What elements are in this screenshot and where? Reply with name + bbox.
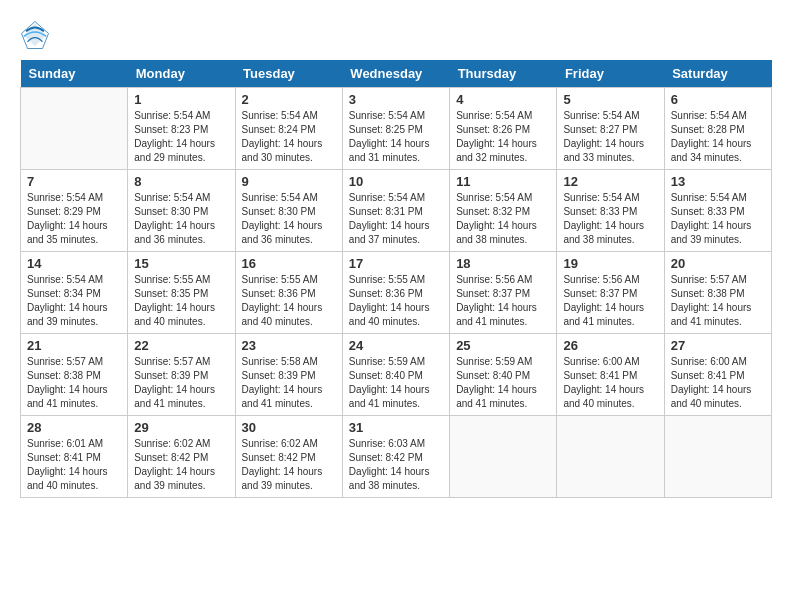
- header-wednesday: Wednesday: [342, 60, 449, 88]
- day-info: Sunrise: 5:54 AM Sunset: 8:25 PM Dayligh…: [349, 109, 443, 165]
- calendar-cell: 31Sunrise: 6:03 AM Sunset: 8:42 PM Dayli…: [342, 416, 449, 498]
- calendar-cell: [450, 416, 557, 498]
- day-number: 7: [27, 174, 121, 189]
- day-number: 22: [134, 338, 228, 353]
- day-info: Sunrise: 5:55 AM Sunset: 8:36 PM Dayligh…: [349, 273, 443, 329]
- day-info: Sunrise: 5:54 AM Sunset: 8:23 PM Dayligh…: [134, 109, 228, 165]
- day-number: 30: [242, 420, 336, 435]
- day-number: 19: [563, 256, 657, 271]
- day-number: 16: [242, 256, 336, 271]
- calendar-cell: 29Sunrise: 6:02 AM Sunset: 8:42 PM Dayli…: [128, 416, 235, 498]
- day-number: 2: [242, 92, 336, 107]
- calendar-cell: 30Sunrise: 6:02 AM Sunset: 8:42 PM Dayli…: [235, 416, 342, 498]
- day-info: Sunrise: 5:54 AM Sunset: 8:26 PM Dayligh…: [456, 109, 550, 165]
- day-number: 28: [27, 420, 121, 435]
- calendar-cell: 19Sunrise: 5:56 AM Sunset: 8:37 PM Dayli…: [557, 252, 664, 334]
- header-saturday: Saturday: [664, 60, 771, 88]
- day-info: Sunrise: 5:55 AM Sunset: 8:36 PM Dayligh…: [242, 273, 336, 329]
- calendar-cell: 23Sunrise: 5:58 AM Sunset: 8:39 PM Dayli…: [235, 334, 342, 416]
- day-info: Sunrise: 5:59 AM Sunset: 8:40 PM Dayligh…: [456, 355, 550, 411]
- calendar-week-row: 28Sunrise: 6:01 AM Sunset: 8:41 PM Dayli…: [21, 416, 772, 498]
- day-info: Sunrise: 5:54 AM Sunset: 8:31 PM Dayligh…: [349, 191, 443, 247]
- page-header: [20, 20, 772, 50]
- calendar-cell: 24Sunrise: 5:59 AM Sunset: 8:40 PM Dayli…: [342, 334, 449, 416]
- calendar-cell: 13Sunrise: 5:54 AM Sunset: 8:33 PM Dayli…: [664, 170, 771, 252]
- header-monday: Monday: [128, 60, 235, 88]
- day-info: Sunrise: 6:02 AM Sunset: 8:42 PM Dayligh…: [134, 437, 228, 493]
- day-number: 11: [456, 174, 550, 189]
- calendar-cell: 11Sunrise: 5:54 AM Sunset: 8:32 PM Dayli…: [450, 170, 557, 252]
- day-info: Sunrise: 5:55 AM Sunset: 8:35 PM Dayligh…: [134, 273, 228, 329]
- calendar-cell: 10Sunrise: 5:54 AM Sunset: 8:31 PM Dayli…: [342, 170, 449, 252]
- day-info: Sunrise: 5:57 AM Sunset: 8:38 PM Dayligh…: [27, 355, 121, 411]
- calendar-week-row: 14Sunrise: 5:54 AM Sunset: 8:34 PM Dayli…: [21, 252, 772, 334]
- day-info: Sunrise: 5:57 AM Sunset: 8:38 PM Dayligh…: [671, 273, 765, 329]
- day-number: 31: [349, 420, 443, 435]
- day-info: Sunrise: 5:54 AM Sunset: 8:33 PM Dayligh…: [563, 191, 657, 247]
- calendar-cell: 14Sunrise: 5:54 AM Sunset: 8:34 PM Dayli…: [21, 252, 128, 334]
- day-info: Sunrise: 6:02 AM Sunset: 8:42 PM Dayligh…: [242, 437, 336, 493]
- calendar-header-row: SundayMondayTuesdayWednesdayThursdayFrid…: [21, 60, 772, 88]
- day-info: Sunrise: 5:54 AM Sunset: 8:32 PM Dayligh…: [456, 191, 550, 247]
- day-info: Sunrise: 5:56 AM Sunset: 8:37 PM Dayligh…: [456, 273, 550, 329]
- calendar-cell: 26Sunrise: 6:00 AM Sunset: 8:41 PM Dayli…: [557, 334, 664, 416]
- day-number: 24: [349, 338, 443, 353]
- day-number: 18: [456, 256, 550, 271]
- day-info: Sunrise: 5:54 AM Sunset: 8:24 PM Dayligh…: [242, 109, 336, 165]
- day-number: 8: [134, 174, 228, 189]
- calendar-cell: 7Sunrise: 5:54 AM Sunset: 8:29 PM Daylig…: [21, 170, 128, 252]
- day-number: 14: [27, 256, 121, 271]
- calendar-cell: 12Sunrise: 5:54 AM Sunset: 8:33 PM Dayli…: [557, 170, 664, 252]
- day-number: 20: [671, 256, 765, 271]
- calendar-cell: 2Sunrise: 5:54 AM Sunset: 8:24 PM Daylig…: [235, 88, 342, 170]
- day-number: 4: [456, 92, 550, 107]
- calendar-cell: 28Sunrise: 6:01 AM Sunset: 8:41 PM Dayli…: [21, 416, 128, 498]
- day-info: Sunrise: 5:54 AM Sunset: 8:29 PM Dayligh…: [27, 191, 121, 247]
- day-number: 13: [671, 174, 765, 189]
- day-number: 9: [242, 174, 336, 189]
- calendar-cell: 6Sunrise: 5:54 AM Sunset: 8:28 PM Daylig…: [664, 88, 771, 170]
- day-number: 21: [27, 338, 121, 353]
- day-info: Sunrise: 5:57 AM Sunset: 8:39 PM Dayligh…: [134, 355, 228, 411]
- header-sunday: Sunday: [21, 60, 128, 88]
- day-number: 23: [242, 338, 336, 353]
- calendar-cell: 25Sunrise: 5:59 AM Sunset: 8:40 PM Dayli…: [450, 334, 557, 416]
- calendar-cell: 4Sunrise: 5:54 AM Sunset: 8:26 PM Daylig…: [450, 88, 557, 170]
- day-number: 6: [671, 92, 765, 107]
- day-info: Sunrise: 5:54 AM Sunset: 8:27 PM Dayligh…: [563, 109, 657, 165]
- header-friday: Friday: [557, 60, 664, 88]
- calendar-cell: 5Sunrise: 5:54 AM Sunset: 8:27 PM Daylig…: [557, 88, 664, 170]
- calendar-cell: [21, 88, 128, 170]
- logo: [20, 20, 54, 50]
- day-number: 12: [563, 174, 657, 189]
- calendar-cell: 18Sunrise: 5:56 AM Sunset: 8:37 PM Dayli…: [450, 252, 557, 334]
- calendar-cell: 15Sunrise: 5:55 AM Sunset: 8:35 PM Dayli…: [128, 252, 235, 334]
- calendar-week-row: 21Sunrise: 5:57 AM Sunset: 8:38 PM Dayli…: [21, 334, 772, 416]
- day-number: 10: [349, 174, 443, 189]
- day-info: Sunrise: 6:00 AM Sunset: 8:41 PM Dayligh…: [671, 355, 765, 411]
- calendar-table: SundayMondayTuesdayWednesdayThursdayFrid…: [20, 60, 772, 498]
- calendar-cell: [664, 416, 771, 498]
- day-number: 17: [349, 256, 443, 271]
- day-number: 1: [134, 92, 228, 107]
- calendar-cell: 9Sunrise: 5:54 AM Sunset: 8:30 PM Daylig…: [235, 170, 342, 252]
- day-info: Sunrise: 5:54 AM Sunset: 8:34 PM Dayligh…: [27, 273, 121, 329]
- day-info: Sunrise: 5:54 AM Sunset: 8:30 PM Dayligh…: [134, 191, 228, 247]
- calendar-cell: 1Sunrise: 5:54 AM Sunset: 8:23 PM Daylig…: [128, 88, 235, 170]
- logo-icon: [20, 20, 50, 50]
- calendar-cell: 20Sunrise: 5:57 AM Sunset: 8:38 PM Dayli…: [664, 252, 771, 334]
- day-info: Sunrise: 6:03 AM Sunset: 8:42 PM Dayligh…: [349, 437, 443, 493]
- calendar-cell: 16Sunrise: 5:55 AM Sunset: 8:36 PM Dayli…: [235, 252, 342, 334]
- header-tuesday: Tuesday: [235, 60, 342, 88]
- day-info: Sunrise: 6:00 AM Sunset: 8:41 PM Dayligh…: [563, 355, 657, 411]
- day-number: 27: [671, 338, 765, 353]
- calendar-week-row: 1Sunrise: 5:54 AM Sunset: 8:23 PM Daylig…: [21, 88, 772, 170]
- day-info: Sunrise: 5:54 AM Sunset: 8:33 PM Dayligh…: [671, 191, 765, 247]
- calendar-cell: 3Sunrise: 5:54 AM Sunset: 8:25 PM Daylig…: [342, 88, 449, 170]
- header-thursday: Thursday: [450, 60, 557, 88]
- day-info: Sunrise: 5:56 AM Sunset: 8:37 PM Dayligh…: [563, 273, 657, 329]
- day-info: Sunrise: 5:54 AM Sunset: 8:28 PM Dayligh…: [671, 109, 765, 165]
- day-number: 25: [456, 338, 550, 353]
- calendar-cell: 17Sunrise: 5:55 AM Sunset: 8:36 PM Dayli…: [342, 252, 449, 334]
- day-number: 3: [349, 92, 443, 107]
